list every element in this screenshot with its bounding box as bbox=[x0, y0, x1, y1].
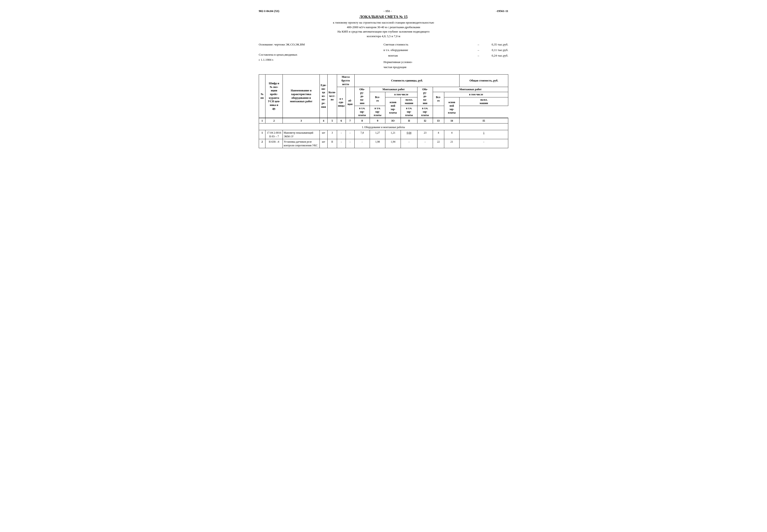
th-total-equip: Обо-ру-до-ва-ния bbox=[417, 87, 433, 106]
page-title: ЛОКАЛЬНАЯ СМЕТА № 15 bbox=[259, 15, 508, 19]
col-num-5: 5 bbox=[327, 118, 337, 123]
cell-row2-col13: 22 bbox=[433, 139, 444, 148]
equipment-label: в т.ч. оборудование bbox=[384, 48, 476, 53]
th-massa-unit: в теди-ницы bbox=[337, 87, 346, 118]
section1-title: I. Оборудование и монтажные работы bbox=[259, 123, 508, 130]
cell-row2-col2: II-630- -4 bbox=[266, 139, 283, 148]
table-row: 2II-630- -4Установка датчиков реле контр… bbox=[259, 139, 508, 148]
cell-row1-col12: 23 bbox=[417, 130, 433, 139]
cell-row2-col14: 21 bbox=[444, 139, 459, 148]
montazh-label: монтаж bbox=[384, 53, 476, 58]
montazh-value: 0,24 тыс.руб. bbox=[480, 53, 508, 58]
col-num-14: I4 bbox=[444, 118, 459, 123]
col-num-12: I2 bbox=[417, 118, 433, 123]
sostavlena: Составлена в ценах,вводимых bbox=[259, 52, 378, 57]
equipment-value: 0,11 тыс.руб. bbox=[480, 48, 508, 53]
cell-row2-col11: - bbox=[401, 139, 417, 148]
main-table: №пп Шифр и№ поз-ициипрейс-курантаУСН цен… bbox=[259, 74, 508, 148]
th-cost-equip: Обо-ру-до-ва-ния bbox=[354, 87, 370, 106]
sostavlena2: с 1.1.1984 г. bbox=[259, 57, 378, 62]
th-ekspl-mashin: экспл.машин bbox=[401, 97, 417, 106]
cell-row1-col13: 4 bbox=[433, 130, 444, 139]
cell-row2-col7: - bbox=[346, 139, 354, 148]
dash2: – bbox=[478, 48, 479, 53]
cell-row1-col2: 17-04 2-0016 II-93- - 7 bbox=[266, 130, 283, 139]
cell-row2-col15: - bbox=[459, 139, 508, 148]
th-name: Наименование ихарактеристикаоборудования… bbox=[283, 75, 320, 118]
col-num-11: II bbox=[401, 118, 417, 123]
cell-row1-col4: шт bbox=[320, 130, 328, 139]
cell-row1-col3: Манометр показывающий ЭКМ-1У bbox=[283, 130, 320, 139]
th-massa-total: об-щая bbox=[346, 87, 354, 118]
col-num-6: 6 bbox=[337, 118, 346, 123]
cell-row1-col1: 1 bbox=[259, 130, 266, 139]
header-left: 902-I-84.84 (XI) bbox=[259, 9, 279, 13]
col-num-3: 3 bbox=[283, 118, 320, 123]
th-montazh-label2: Монтажных работ bbox=[433, 87, 508, 92]
cell-row2-col6: - bbox=[337, 139, 346, 148]
th-massa-brutto-netto: Масса бруттонетто bbox=[337, 75, 354, 87]
cell-row2-col10: 1,94 bbox=[385, 139, 401, 148]
cell-row1-col15: 1 bbox=[459, 130, 508, 139]
cell-row1-col6: - bbox=[337, 130, 346, 139]
cell-row2-col12: - bbox=[417, 139, 433, 148]
th-osnov-zarp: основнойзар-платы bbox=[385, 97, 401, 118]
subtitle-line3: На КИП и средства автоматизации при глуб… bbox=[259, 29, 508, 34]
th-obshchaya-label: Общая стоимость, руб. bbox=[459, 75, 508, 87]
cell-row1-col8: 7,8 bbox=[354, 130, 370, 139]
cell-row2-col9: 1,98 bbox=[370, 139, 385, 148]
col-num-4: 4 bbox=[320, 118, 328, 123]
osnovanye: Основание: чертежи ЭК.СО;ЭК.ВМ bbox=[259, 42, 378, 47]
th-vsego2: Все-го bbox=[433, 92, 444, 106]
cell-row1-col14: 4 bbox=[444, 130, 459, 139]
col-num-2: 2 bbox=[266, 118, 283, 123]
col-num-15: I5 bbox=[459, 118, 508, 123]
cell-row2-col5: II bbox=[327, 139, 337, 148]
col-num-9: 9 bbox=[370, 118, 385, 123]
col-num-10: IO bbox=[385, 118, 401, 123]
th-cost-equip-last2: в т.ч.зар-платы bbox=[417, 106, 433, 118]
th-v-tom-chisle2: в том числе bbox=[444, 92, 508, 97]
subtitle-line4: коллектора 4,0; 5,5 и 7,0 м bbox=[259, 34, 508, 39]
subtitle-line2: 400-2000 м3/ч напором 30-40 м с решеткам… bbox=[259, 25, 508, 30]
header-right: -19561-11 bbox=[496, 9, 508, 13]
cell-row1-col5: 3 bbox=[327, 130, 337, 139]
th-qty: Коли-чест-во bbox=[327, 75, 337, 118]
cell-row2-col8: - bbox=[354, 139, 370, 148]
th-num-pp: №пп bbox=[259, 75, 266, 118]
th-ekspl-mashin2: экспл.машин bbox=[459, 97, 508, 106]
th-unit: Еди-ни-цаиз-ме-ре-ния bbox=[320, 75, 328, 118]
dash1: – bbox=[478, 42, 479, 47]
th-v-tom-chisle: в том числе bbox=[385, 92, 417, 97]
normativnaya-label2: чистая продукция bbox=[384, 65, 508, 70]
dash3: – bbox=[478, 53, 479, 58]
th-montazh-label: Монтажных работ bbox=[370, 87, 417, 92]
th-osnov-zarp2: основнойзар-платы bbox=[444, 97, 459, 118]
col-num-8: 8 bbox=[354, 118, 370, 123]
cell-row2-col1: 2 bbox=[259, 139, 266, 148]
col-num-13: I3 bbox=[433, 118, 444, 123]
th-ekspl-mashin-sub2: в т.ч.зар-платы bbox=[401, 106, 417, 118]
col-num-1: 1 bbox=[259, 118, 266, 123]
cell-row2-col3: Установка датчиков реле контроля сопроти… bbox=[283, 139, 320, 148]
section-title-row: I. Оборудование и монтажные работы bbox=[259, 123, 508, 130]
cell-row1-col9: 1,27 bbox=[370, 130, 385, 139]
col-num-7: 7 bbox=[346, 118, 354, 123]
smetnaya-value: 0,35 тыс.руб. bbox=[480, 42, 508, 47]
th-shifr: Шифр и№ поз-ициипрейс-курантаУСН цен-ник… bbox=[266, 75, 283, 118]
normativnaya-label: Нормативная условно- bbox=[384, 60, 508, 65]
header-center: - 151 - bbox=[384, 9, 392, 13]
cell-row1-col10: 1,21 bbox=[385, 130, 401, 139]
cell-row2-col4: шт bbox=[320, 139, 328, 148]
smetnaya-label: Сметная стоимость bbox=[384, 42, 476, 47]
subtitle-line1: к типовому проекту на строительство насо… bbox=[259, 20, 508, 25]
th-cost-equip-last: в т.ч.зар-платы bbox=[370, 106, 385, 118]
table-row: 117-04 2-0016 II-93- - 7Манометр показыв… bbox=[259, 130, 508, 139]
cell-row1-col11: 0,04 bbox=[401, 130, 417, 139]
th-stoimost-label: Стоимость единицы, руб. bbox=[354, 75, 459, 87]
th-ekspl-mashin-sub: в т.ч.зар-платы bbox=[354, 106, 370, 118]
cell-row1-col7: - bbox=[346, 130, 354, 139]
th-vsego: Все-го bbox=[370, 92, 385, 106]
